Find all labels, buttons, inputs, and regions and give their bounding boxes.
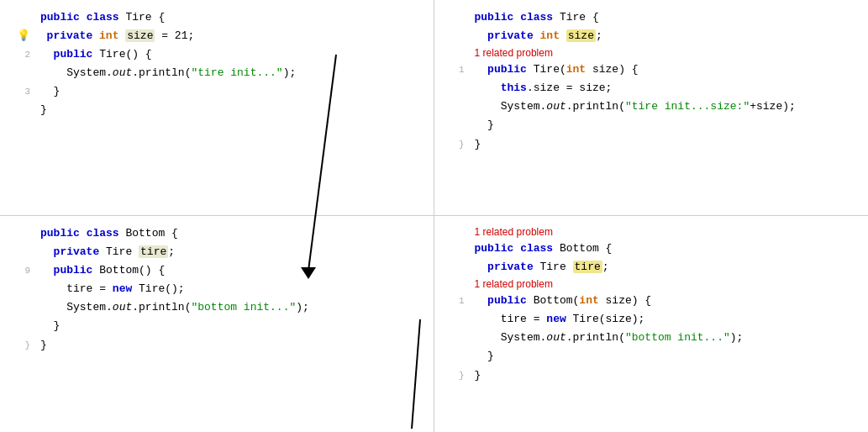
code-line: System.out.println("bottom init..."); bbox=[13, 298, 420, 317]
problem-text-2: 1 related problem bbox=[448, 226, 855, 238]
code-text: tire = new Tire(size); bbox=[475, 310, 645, 329]
code-text: this.size = size; bbox=[475, 79, 613, 97]
code-line: System.out.println("tire init..."); bbox=[13, 64, 420, 82]
code-text: public Bottom(int size) { bbox=[475, 292, 652, 310]
code-line: private Tire tire; bbox=[13, 243, 420, 261]
main-container: public class Tire { 💡 private int size =… bbox=[0, 0, 868, 432]
code-line: public class Tire { bbox=[13, 8, 420, 27]
code-line: } } bbox=[13, 336, 420, 355]
code-line: tire = new Tire(size); bbox=[448, 310, 855, 329]
code-line: } bbox=[448, 116, 855, 134]
code-text: System.out.println("bottom init..."); bbox=[475, 329, 744, 347]
code-line: private int size; bbox=[448, 27, 855, 45]
line-num: 9 bbox=[13, 263, 30, 279]
line-num: } bbox=[13, 338, 30, 354]
code-line: 💡 private int size = 21; bbox=[13, 27, 420, 45]
code-line: this.size = size; bbox=[448, 79, 855, 97]
code-text: public class Bottom { bbox=[475, 240, 613, 258]
code-line: System.out.println("tire init...size:"+s… bbox=[448, 97, 855, 116]
code-line: 2 public Tire() { bbox=[13, 45, 420, 64]
code-text: public Tire() { bbox=[40, 45, 152, 64]
code-line: } bbox=[13, 317, 420, 335]
code-text: public class Bottom { bbox=[40, 224, 178, 243]
code-text: } bbox=[475, 116, 494, 134]
code-text: } bbox=[40, 101, 47, 119]
code-line: } } bbox=[448, 135, 855, 154]
code-text: private Tire tire; bbox=[40, 243, 175, 261]
code-text: public Bottom() { bbox=[40, 261, 165, 280]
code-line: } bbox=[13, 101, 420, 119]
line-num: } bbox=[448, 368, 465, 384]
line-num: 1 bbox=[448, 62, 465, 78]
code-line: 1 public Bottom(int size) { bbox=[448, 292, 855, 310]
code-text: private int size = 21; bbox=[34, 27, 194, 45]
code-text: public class Tire { bbox=[40, 8, 165, 27]
code-line: public class Tire { bbox=[448, 8, 855, 27]
line-num: 2 bbox=[13, 47, 30, 63]
code-text: } bbox=[40, 82, 60, 101]
code-line: } bbox=[448, 347, 855, 366]
problem-text-1: 1 related problem bbox=[448, 47, 855, 59]
code-text: } bbox=[475, 366, 481, 385]
code-text: } bbox=[475, 347, 494, 366]
code-text: tire = new Tire(); bbox=[40, 280, 185, 298]
code-line: } } bbox=[448, 366, 855, 385]
code-text: public Tire(int size) { bbox=[475, 61, 639, 79]
code-line: 9 public Bottom() { bbox=[13, 261, 420, 280]
code-line: System.out.println("bottom init..."); bbox=[448, 329, 855, 347]
panel-top-right: public class Tire { private int size; 1 … bbox=[434, 0, 869, 216]
line-num: 1 bbox=[448, 293, 465, 309]
code-line: 1 public Tire(int size) { bbox=[448, 61, 855, 79]
code-line: public class Bottom { bbox=[13, 224, 420, 243]
code-text: System.out.println("tire init...size:"+s… bbox=[475, 97, 796, 116]
bulb-icon: 💡 bbox=[13, 27, 30, 45]
code-text: } bbox=[475, 135, 481, 154]
code-text: System.out.println("bottom init..."); bbox=[40, 298, 309, 317]
code-line: 3 } bbox=[13, 82, 420, 101]
code-text: } bbox=[40, 317, 60, 335]
panel-top-left: public class Tire { 💡 private int size =… bbox=[0, 0, 434, 216]
code-line: public class Bottom { bbox=[448, 240, 855, 258]
panel-bottom-left: public class Bottom { private Tire tire;… bbox=[0, 216, 434, 432]
problem-text-3: 1 related problem bbox=[448, 278, 855, 290]
code-text: public class Tire { bbox=[475, 8, 599, 27]
code-text: System.out.println("tire init..."); bbox=[40, 64, 296, 82]
code-line: private Tire tire; bbox=[448, 258, 855, 277]
panel-bottom-right: 1 related problem public class Bottom { … bbox=[434, 216, 869, 432]
code-line: tire = new Tire(); bbox=[13, 280, 420, 298]
code-text: } bbox=[40, 336, 47, 355]
line-num: } bbox=[448, 137, 465, 153]
code-text: private int size; bbox=[475, 27, 602, 45]
code-text: private Tire tire; bbox=[475, 258, 609, 277]
line-num: 3 bbox=[13, 84, 30, 100]
